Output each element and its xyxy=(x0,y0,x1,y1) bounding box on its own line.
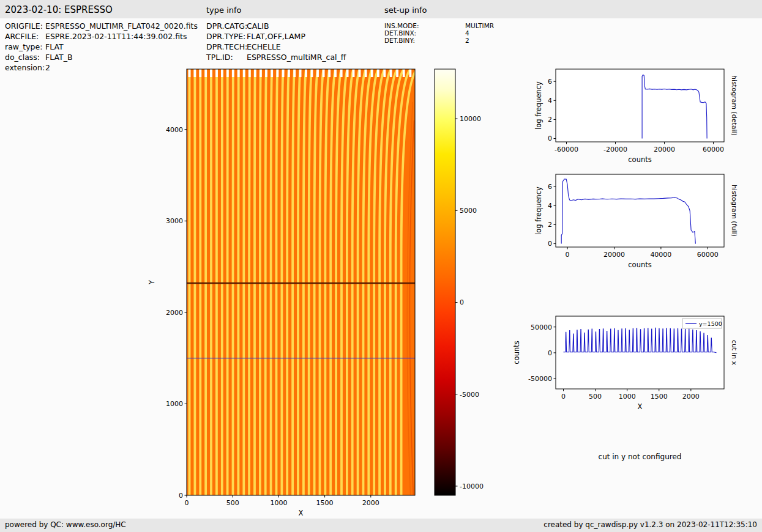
svg-text:-50000: -50000 xyxy=(528,375,552,383)
cut-in-x-plot: 0500100015002000-50000050000Xcountscut i… xyxy=(512,316,738,411)
svg-text:0: 0 xyxy=(548,240,552,248)
header-bar xyxy=(0,0,762,18)
metadata-key: DPR.TECH: xyxy=(206,42,247,52)
svg-text:2: 2 xyxy=(548,221,552,229)
svg-text:0: 0 xyxy=(185,499,189,507)
raster-plot: 050010001500200001000200030004000XY xyxy=(148,69,417,517)
metadata-row: DPR.TYPE:FLAT,OFF,LAMP xyxy=(206,31,346,42)
metadata-row: do_class:FLAT_B xyxy=(5,52,198,62)
setup-info-heading: set-up info xyxy=(384,6,427,15)
metadata-key: do_class: xyxy=(5,52,45,62)
file-info-block: ORIGFILE:ESPRESSO_MULTIMR_FLAT042_0020.f… xyxy=(5,21,198,73)
svg-text:X: X xyxy=(299,509,304,517)
colorbar: 1000050000-5000-10000 xyxy=(435,69,484,495)
raster-image xyxy=(187,69,417,495)
metadata-key: ORIGFILE: xyxy=(5,21,45,31)
metadata-value: FLAT xyxy=(45,42,64,52)
svg-text:counts: counts xyxy=(628,260,651,269)
svg-text:1000: 1000 xyxy=(166,400,183,408)
svg-text:1000: 1000 xyxy=(619,393,636,401)
svg-text:60000: 60000 xyxy=(697,251,719,259)
svg-text:0: 0 xyxy=(179,492,183,500)
metadata-value: 2 xyxy=(465,37,469,44)
cut-in-y-note: cut in y not configured xyxy=(556,453,724,461)
svg-text:cut in x: cut in x xyxy=(730,340,738,365)
metadata-key: DPR.TYPE: xyxy=(206,31,247,42)
metadata-row: ARCFILE:ESPRE.2023-02-11T11:44:39.002.fi… xyxy=(5,31,198,42)
svg-text:0: 0 xyxy=(566,251,570,259)
metadata-row: TPL.ID:ESPRESSO_multiMR_cal_ff xyxy=(206,52,346,62)
svg-text:20000: 20000 xyxy=(654,146,675,153)
histogram-full-plot: 02000040000600000246countslog frequencyh… xyxy=(534,174,738,269)
svg-text:4: 4 xyxy=(548,202,552,210)
histogram-detail-plot: -60000-2000020000600000246countslog freq… xyxy=(534,69,738,164)
footer-created-by: created by qc_rawdisp.py v1.2.3 on 2023-… xyxy=(543,520,757,529)
metadata-value: ESPRESSO_MULTIMR_FLAT042_0020.fits xyxy=(45,21,198,31)
svg-text:1500: 1500 xyxy=(651,393,668,401)
svg-text:-60000: -60000 xyxy=(555,146,578,153)
metadata-key: TPL.ID: xyxy=(206,52,247,62)
svg-text:log frequency: log frequency xyxy=(534,81,543,130)
metadata-row: ORIGFILE:ESPRESSO_MULTIMR_FLAT042_0020.f… xyxy=(5,21,198,31)
metadata-value: MULTIMR xyxy=(465,22,494,29)
svg-text:500: 500 xyxy=(589,393,602,401)
svg-text:0: 0 xyxy=(548,135,552,142)
metadata-key: INS.MODE: xyxy=(384,22,465,29)
svg-text:-5000: -5000 xyxy=(460,391,479,399)
metadata-value: ESPRESSO_multiMR_cal_ff xyxy=(247,52,346,62)
svg-text:-10000: -10000 xyxy=(460,482,484,490)
svg-text:0: 0 xyxy=(548,349,552,357)
metadata-value: 2 xyxy=(45,62,50,73)
metadata-row: extension:2 xyxy=(5,62,198,73)
svg-text:0: 0 xyxy=(460,298,464,306)
metadata-key: DET.BINY: xyxy=(384,37,465,44)
svg-text:4: 4 xyxy=(548,97,552,105)
svg-text:2000: 2000 xyxy=(166,309,183,317)
metadata-value: 4 xyxy=(465,29,469,37)
svg-text:counts: counts xyxy=(512,341,521,364)
metadata-row: DET.BINX:4 xyxy=(384,29,494,37)
metadata-value: ECHELLE xyxy=(247,42,281,52)
figure-canvas: 050010001500200001000200030004000XY10000… xyxy=(0,0,762,519)
svg-text:X: X xyxy=(638,402,643,411)
svg-text:Y: Y xyxy=(148,279,156,285)
svg-text:2: 2 xyxy=(548,116,552,124)
metadata-row: DPR.TECH:ECHELLE xyxy=(206,42,346,52)
footer-credit: powered by QC: www.eso.org/HC xyxy=(5,520,126,529)
legend: y=1500 xyxy=(682,319,722,328)
type-info-block: DPR.CATG:CALIBDPR.TYPE:FLAT,OFF,LAMPDPR.… xyxy=(206,21,346,62)
metadata-value: ESPRE.2023-02-11T11:44:39.002.fits xyxy=(45,31,187,42)
svg-text:0: 0 xyxy=(561,393,566,401)
metadata-value: FLAT_B xyxy=(45,52,72,62)
svg-text:5000: 5000 xyxy=(460,207,477,215)
metadata-key: DPR.CATG: xyxy=(206,21,247,31)
metadata-row: INS.MODE:MULTIMR xyxy=(384,22,494,29)
svg-text:1500: 1500 xyxy=(316,499,334,507)
metadata-row: DPR.CATG:CALIB xyxy=(206,21,346,31)
metadata-row: DET.BINY:2 xyxy=(384,37,494,44)
metadata-key: extension: xyxy=(5,62,45,73)
metadata-key: DET.BINX: xyxy=(384,29,465,37)
svg-text:20000: 20000 xyxy=(603,251,625,259)
svg-text:histogram (detail): histogram (detail) xyxy=(730,75,738,136)
svg-text:histogram (full): histogram (full) xyxy=(730,185,738,237)
svg-text:4000: 4000 xyxy=(166,126,183,134)
svg-text:2000: 2000 xyxy=(362,499,379,507)
svg-text:60000: 60000 xyxy=(703,146,724,153)
metadata-value: CALIB xyxy=(247,21,269,31)
metadata-key: ARCFILE: xyxy=(5,31,45,42)
metadata-key: raw_type: xyxy=(5,42,45,52)
svg-text:50000: 50000 xyxy=(531,323,552,331)
svg-text:500: 500 xyxy=(226,499,239,507)
svg-text:6: 6 xyxy=(548,78,552,86)
svg-text:y=1500: y=1500 xyxy=(699,320,722,327)
svg-text:counts: counts xyxy=(628,155,651,164)
metadata-value: FLAT,OFF,LAMP xyxy=(247,31,305,42)
svg-text:2000: 2000 xyxy=(682,393,700,401)
svg-text:10000: 10000 xyxy=(460,115,481,123)
setup-info-block: INS.MODE:MULTIMRDET.BINX:4DET.BINY:2 xyxy=(384,22,494,44)
type-info-heading: type info xyxy=(206,6,242,15)
svg-text:40000: 40000 xyxy=(650,251,671,259)
page-title: 2023-02-10: ESPRESSO xyxy=(5,4,113,15)
svg-text:1000: 1000 xyxy=(270,499,287,507)
